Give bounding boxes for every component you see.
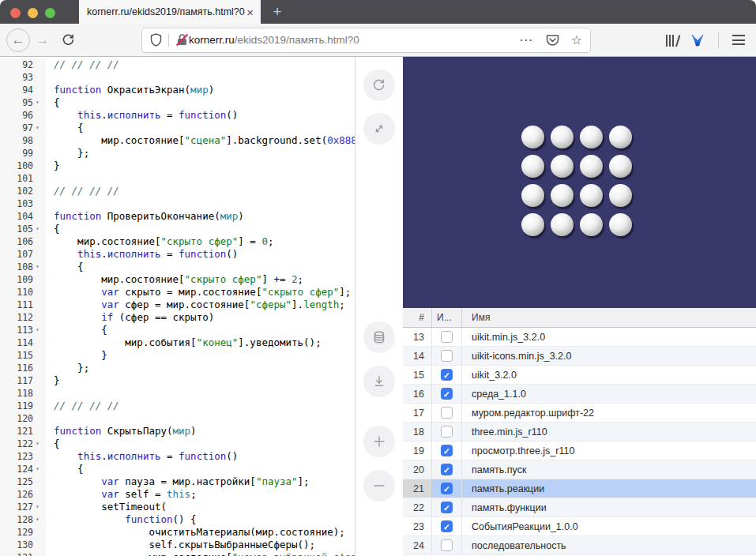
code-line[interactable]: 130 self.скрытьВыбранныеСферы(); (0, 539, 355, 551)
row-name[interactable]: последовательность (462, 536, 756, 554)
code-editor[interactable]: 92// // // //9394function ОкраситьЭкран(… (0, 57, 355, 556)
table-row[interactable]: 21✓память.реакции (403, 479, 756, 498)
row-checkbox[interactable] (441, 426, 453, 438)
sphere[interactable] (580, 126, 603, 148)
table-row[interactable]: 13uikit.min.js_3.2.0 (403, 328, 756, 347)
sphere[interactable] (609, 213, 632, 236)
table-row[interactable]: 17муром.редактор.шрифт-22 (403, 404, 756, 423)
forward-button[interactable]: → (32, 28, 54, 52)
sphere[interactable] (521, 155, 544, 178)
insecure-lock-icon[interactable] (175, 33, 189, 47)
sphere[interactable] (521, 184, 544, 207)
zoom-window-button[interactable] (45, 8, 55, 18)
code-line[interactable]: 117} (0, 374, 355, 387)
row-checkbox[interactable]: ✓ (441, 520, 453, 532)
sphere[interactable] (609, 184, 632, 207)
table-row[interactable]: 15✓uikit_3.2.0 (403, 366, 756, 385)
row-name[interactable]: СобытияРеакции_1.0.0 (462, 517, 756, 535)
row-checkbox[interactable]: ✓ (441, 464, 453, 475)
sphere[interactable] (551, 184, 574, 207)
code-line[interactable]: 120 (0, 412, 355, 425)
fold-arrow-icon[interactable]: ▾ (36, 122, 46, 134)
sphere[interactable] (580, 155, 603, 178)
code-line[interactable]: 98 мир.состояние["сцена"].background.set… (0, 134, 355, 147)
sphere[interactable] (551, 126, 574, 148)
code-line[interactable]: 101 (0, 172, 355, 185)
zoom-in-button[interactable] (363, 426, 395, 457)
fold-arrow-icon[interactable]: ▾ (36, 223, 46, 235)
code-line[interactable]: 104function ПроверитьОкончание(мир) (0, 210, 355, 223)
row-checkbox[interactable] (441, 407, 453, 419)
code-line[interactable]: 105▾{ (0, 223, 355, 235)
pocket-icon[interactable] (545, 33, 560, 47)
reload-button[interactable] (57, 28, 79, 52)
reset-view-button[interactable] (363, 70, 395, 101)
code-line[interactable]: 123 this.исполнить = function() (0, 450, 355, 463)
row-checkbox[interactable]: ✓ (441, 369, 453, 381)
code-line[interactable]: 116 }; (0, 362, 355, 374)
fold-arrow-icon[interactable]: ▾ (36, 324, 46, 336)
code-line[interactable]: 103 (0, 197, 355, 210)
row-name[interactable]: память.пуск (462, 460, 756, 479)
fold-arrow-icon[interactable]: ▾ (36, 501, 46, 513)
fullscreen-button[interactable] (363, 113, 395, 145)
sphere[interactable] (551, 213, 574, 236)
table-row[interactable]: 14uikit-icons.min.js_3.2.0 (403, 347, 756, 366)
3d-viewport[interactable] (403, 57, 756, 308)
row-name[interactable]: uikit-icons.min.js_3.2.0 (462, 347, 756, 365)
row-checkbox[interactable]: ✓ (441, 483, 453, 494)
code-line[interactable]: 110 var скрыто = мир.состояние["скрыто с… (0, 286, 355, 299)
row-name[interactable]: память.функции (462, 498, 756, 517)
table-row[interactable]: 22✓память.функции (403, 498, 756, 517)
page-actions-icon[interactable]: ··· (520, 34, 534, 46)
code-line[interactable]: 127▾ setTimeout( (0, 501, 355, 513)
table-row[interactable]: 20✓память.пуск (403, 460, 756, 479)
active-tab[interactable]: kornerr.ru/ekids2019/память.html?0 × (79, 0, 261, 24)
minimize-window-button[interactable] (28, 8, 38, 18)
code-line[interactable]: 122▾{ (0, 438, 355, 450)
close-window-button[interactable] (10, 8, 21, 18)
row-name[interactable]: uikit_3.2.0 (462, 366, 756, 384)
new-tab-button[interactable]: + (267, 2, 288, 22)
bookmark-star-icon[interactable]: ☆ (571, 32, 582, 47)
code-line[interactable]: 100} (0, 160, 355, 172)
code-line[interactable]: 97▾ { (0, 122, 355, 134)
row-checkbox[interactable] (441, 331, 453, 343)
row-name[interactable]: память.реакции (462, 479, 756, 498)
sphere[interactable] (609, 155, 632, 178)
code-line[interactable]: 108▾ { (0, 261, 355, 273)
code-line[interactable]: 125 var пауза = мир.настройки["пауза"]; (0, 475, 355, 488)
code-line[interactable]: 112 if (сфер == скрыто) (0, 311, 355, 324)
header-name[interactable]: Имя (462, 308, 756, 327)
library-icon[interactable] (666, 34, 677, 47)
code-line[interactable]: 115 } (0, 349, 355, 362)
code-line[interactable]: 102// // // // (0, 185, 355, 197)
row-checkbox[interactable]: ✓ (441, 388, 453, 400)
header-number[interactable]: # (403, 308, 432, 327)
menu-icon[interactable] (732, 35, 745, 45)
code-line[interactable]: 131 мир.состояние["номер выбранной сферы… (0, 551, 355, 556)
extension-icon[interactable] (690, 33, 705, 47)
code-line[interactable]: 121function СкрытьПару(мир) (0, 425, 355, 438)
code-line[interactable]: 109 мир.состояние["скрыто сфер"] += 2; (0, 273, 355, 286)
download-button[interactable] (363, 366, 395, 397)
row-name[interactable]: просмотр.three.js_r110 (462, 441, 756, 460)
row-name[interactable]: uikit.min.js_3.2.0 (462, 328, 756, 346)
fold-arrow-icon[interactable]: ▾ (36, 438, 46, 450)
sphere[interactable] (521, 213, 544, 236)
table-row[interactable]: 24последовательность (403, 536, 756, 555)
code-line[interactable]: 118 (0, 387, 355, 400)
back-button[interactable]: ← (6, 28, 30, 52)
row-name[interactable]: среда_1.1.0 (462, 385, 756, 403)
sphere[interactable] (521, 126, 544, 148)
code-line[interactable]: 106 мир.состояние["скрыто сфер"] = 0; (0, 235, 355, 248)
table-row[interactable]: 19✓просмотр.three.js_r110 (403, 441, 756, 460)
fold-arrow-icon[interactable]: ▾ (36, 463, 46, 475)
database-button[interactable] (363, 321, 395, 353)
code-line[interactable]: 94function ОкраситьЭкран(мир) (0, 84, 355, 96)
tab-close-icon[interactable]: × (245, 6, 255, 18)
fold-arrow-icon[interactable]: ▾ (36, 96, 46, 109)
row-name[interactable]: муром.редактор.шрифт-22 (462, 404, 756, 422)
row-checkbox[interactable]: ✓ (441, 445, 453, 456)
sphere[interactable] (609, 126, 632, 148)
